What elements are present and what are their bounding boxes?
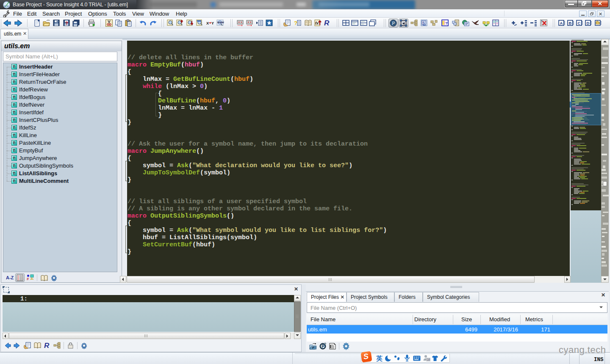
svg-text:B: B	[569, 21, 572, 25]
svg-text:R: R	[44, 342, 50, 349]
svg-text:#: #	[27, 277, 29, 281]
svg-text:S: S	[422, 21, 425, 25]
svg-text:?: ?	[445, 21, 448, 25]
svg-text:WWW: WWW	[217, 21, 224, 24]
svg-text:?: ?	[65, 21, 68, 26]
svg-text:P: P	[312, 346, 315, 350]
svg-text:P: P	[392, 21, 395, 26]
svg-text:A: A	[560, 21, 563, 25]
svg-text:C: C	[578, 21, 581, 25]
svg-text:?: ?	[294, 20, 297, 26]
svg-text:Y: Y	[211, 21, 214, 25]
svg-text:X: X	[206, 21, 209, 25]
svg-text:R: R	[324, 19, 330, 27]
svg-text:D: D	[587, 21, 590, 25]
svg-text:10: 10	[427, 358, 430, 361]
svg-text:P: P	[322, 344, 324, 349]
